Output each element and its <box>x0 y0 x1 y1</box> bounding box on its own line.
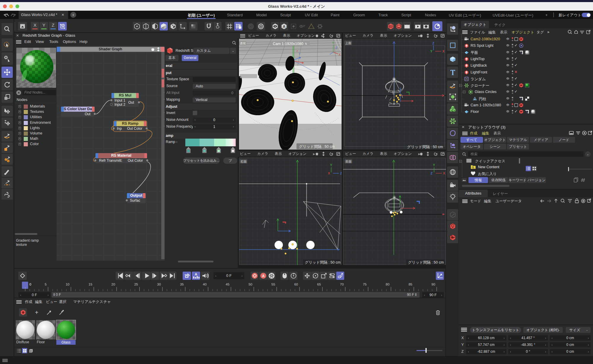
svg-text:Y: Y <box>332 41 334 45</box>
svg-text:50: 50 <box>248 283 252 286</box>
svg-text:⇅: ⇅ <box>305 42 307 45</box>
svg-text:60: 60 <box>294 283 298 286</box>
svg-text:透視: 透視 <box>240 42 246 45</box>
svg-text:X: X <box>339 53 341 56</box>
svg-text:80: 80 <box>386 283 390 286</box>
svg-text:X: X <box>443 171 445 175</box>
svg-text:65: 65 <box>317 283 321 286</box>
svg-text:Z: Z <box>340 171 342 175</box>
svg-text:グリッド間隔 : 50 cm: グリッド間隔 : 50 cm <box>408 260 444 264</box>
svg-text:45: 45 <box>226 283 229 286</box>
svg-text:グリッド間隔 : 50 cm: グリッド間隔 : 50 cm <box>407 145 443 149</box>
svg-text:上面: 上面 <box>345 41 351 45</box>
svg-text:Y: Y <box>330 163 332 167</box>
svg-text:Cam 1-1920x1080: Cam 1-1920x1080 <box>273 42 303 46</box>
svg-text:Z: Z <box>336 46 337 49</box>
svg-text:グリッド間隔 : 50 cm: グリッド間隔 : 50 cm <box>305 260 341 264</box>
svg-text:前面: 前面 <box>345 160 352 163</box>
svg-text:右面: 右面 <box>240 160 247 163</box>
svg-text:55: 55 <box>271 283 275 286</box>
svg-text:25: 25 <box>134 283 138 286</box>
svg-text:15: 15 <box>89 283 93 286</box>
svg-text:グリッド間隔 : 50 cm: グリッド間隔 : 50 cm <box>299 145 335 149</box>
svg-text:y: y <box>299 52 300 55</box>
svg-text:X: X <box>442 49 445 53</box>
svg-text:40: 40 <box>203 283 207 286</box>
svg-text:Z: Z <box>432 41 434 45</box>
svg-text:90: 90 <box>431 283 435 286</box>
svg-text:85: 85 <box>409 283 412 286</box>
svg-text:35: 35 <box>180 283 184 286</box>
svg-text:Z: Z <box>431 171 433 175</box>
svg-text:10: 10 <box>66 283 69 286</box>
svg-text:X: X <box>328 171 330 175</box>
svg-text:70: 70 <box>340 283 344 286</box>
svg-text:20: 20 <box>111 283 115 286</box>
svg-text:z: z <box>296 49 298 52</box>
svg-text:0: 0 <box>29 283 31 286</box>
svg-text:30: 30 <box>157 283 161 286</box>
svg-text:Y: Y <box>433 163 435 167</box>
svg-text:RV: RV <box>389 25 392 27</box>
svg-text:75: 75 <box>363 283 367 286</box>
svg-text:5: 5 <box>45 283 47 286</box>
svg-text:Y: Y <box>430 49 433 53</box>
svg-text:A: A <box>283 24 286 28</box>
